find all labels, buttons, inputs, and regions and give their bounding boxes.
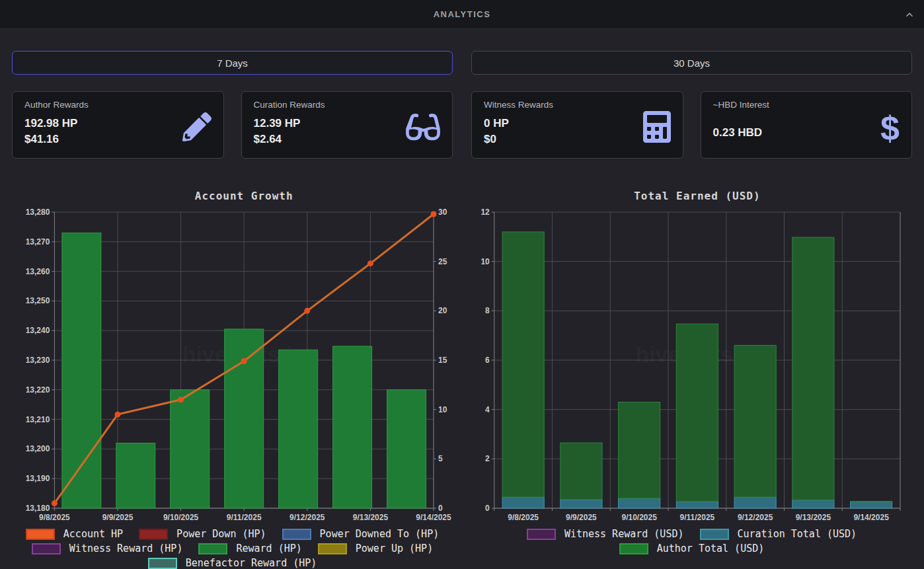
line-point bbox=[52, 500, 58, 506]
card-label: ~HBD Interest bbox=[713, 100, 769, 110]
line-point bbox=[431, 211, 437, 217]
legend-label: Curation Total (USD) bbox=[738, 528, 857, 540]
stacked-bar-segment bbox=[502, 497, 544, 508]
y-axis-label: 0 bbox=[485, 504, 490, 513]
legend-item[interactable]: Author Total (USD) bbox=[619, 543, 765, 554]
card-value-hp: 192.98 HP bbox=[24, 116, 89, 132]
account-growth-plot[interactable]: 13,18013,19013,20013,21013,22013,23013,2… bbox=[12, 178, 453, 525]
legend-swatch bbox=[198, 543, 227, 554]
line-point bbox=[304, 308, 310, 314]
legend-label: Power Downed To (HP) bbox=[320, 528, 440, 540]
collapse-section-button[interactable] bbox=[902, 7, 917, 22]
line-point bbox=[367, 260, 373, 266]
y2-axis-label: 20 bbox=[438, 306, 447, 315]
chevron-up-icon bbox=[904, 9, 915, 20]
y-axis-label: 13,220 bbox=[26, 385, 50, 395]
card-value-usd: $2.64 bbox=[254, 132, 325, 147]
account-growth-chart: 13,18013,19013,20013,21013,22013,23013,2… bbox=[12, 178, 453, 569]
legend-swatch bbox=[139, 529, 168, 540]
legend-swatch bbox=[318, 543, 347, 554]
legend-item[interactable]: Reward (HP) bbox=[198, 543, 301, 554]
x-axis-label: 9/9/2025 bbox=[102, 513, 134, 522]
y-axis-label: 13,260 bbox=[26, 267, 50, 276]
x-axis-label: 9/12/2025 bbox=[289, 513, 325, 522]
y-axis-label: 6 bbox=[485, 356, 490, 365]
legend-swatch bbox=[527, 529, 556, 540]
card-value-usd: $41.16 bbox=[24, 132, 89, 147]
line-point bbox=[178, 397, 184, 402]
bar bbox=[387, 390, 426, 508]
bar bbox=[171, 390, 210, 508]
y2-axis-label: 5 bbox=[438, 454, 443, 463]
legend-label: Power Up (HP) bbox=[356, 543, 433, 554]
x-axis-label: 9/11/2025 bbox=[227, 513, 262, 522]
stacked-bar-segment bbox=[734, 346, 776, 498]
y2-axis-label: 15 bbox=[438, 356, 447, 365]
stacked-bar-segment bbox=[792, 237, 834, 500]
total-earned-plot[interactable]: 0246810129/8/20259/9/20259/10/20259/11/2… bbox=[471, 178, 912, 525]
card-value-hbd: 0.23 HBD bbox=[713, 125, 769, 141]
legend-label: Reward (HP) bbox=[236, 543, 301, 554]
y-axis-label: 13,250 bbox=[26, 296, 50, 305]
legend-swatch bbox=[148, 558, 177, 569]
y-axis-label: 2 bbox=[485, 454, 490, 463]
y2-axis-label: 25 bbox=[438, 257, 447, 266]
card-value-hp: 0 HP bbox=[484, 116, 553, 132]
chart-title: Account Growth bbox=[195, 190, 293, 202]
line-point bbox=[115, 412, 121, 418]
range-7-days-button[interactable]: 7 Days bbox=[12, 51, 453, 75]
y2-axis-label: 0 bbox=[438, 504, 443, 513]
bar bbox=[116, 443, 155, 508]
page-title: ANALYTICS bbox=[434, 9, 491, 19]
x-axis-label: 9/10/2025 bbox=[163, 513, 199, 522]
stacked-bar-segment bbox=[851, 502, 892, 502]
legend-label: Account HP bbox=[63, 528, 123, 540]
line-point bbox=[241, 358, 247, 364]
glasses-icon bbox=[406, 112, 440, 145]
y-axis-label: 13,240 bbox=[26, 326, 50, 335]
legend-item[interactable]: Witness Reward (HP) bbox=[32, 543, 183, 554]
y-axis-label: 13,180 bbox=[26, 504, 50, 513]
y-axis-label: 13,200 bbox=[26, 444, 50, 453]
stacked-bar-segment bbox=[851, 502, 892, 508]
legend-label: Witness Reward (USD) bbox=[564, 528, 684, 540]
legend-item[interactable]: Curation Total (USD) bbox=[700, 528, 857, 540]
legend-row: Account HPPower Down (HP)Power Downed To… bbox=[12, 527, 453, 541]
x-axis-label: 9/11/2025 bbox=[680, 513, 715, 522]
stat-cards-row: Author Rewards 192.98 HP $41.16 Curation… bbox=[12, 91, 912, 159]
y-axis-label: 13,210 bbox=[26, 415, 50, 424]
legend-item[interactable]: Benefactor Reward (HP) bbox=[148, 557, 317, 569]
legend-swatch bbox=[700, 529, 729, 540]
x-axis-label: 9/13/2025 bbox=[353, 513, 389, 522]
bar bbox=[279, 350, 318, 508]
x-axis-label: 9/9/2025 bbox=[566, 513, 597, 522]
card-label: Curation Rewards bbox=[254, 100, 325, 110]
stacked-bar-segment bbox=[560, 443, 602, 500]
legend-item[interactable]: Account HP bbox=[26, 528, 123, 540]
legend-swatch bbox=[32, 543, 61, 554]
legend-item[interactable]: Witness Reward (USD) bbox=[527, 528, 684, 540]
x-axis-label: 9/8/2025 bbox=[39, 513, 70, 522]
legend-label: Benefactor Reward (HP) bbox=[186, 557, 317, 569]
legend-label: Witness Reward (HP) bbox=[69, 543, 183, 554]
card-label: Author Rewards bbox=[24, 100, 89, 110]
legend-row: Benefactor Reward (HP) bbox=[12, 556, 453, 569]
y2-axis-label: 30 bbox=[438, 208, 447, 217]
legend-label: Author Total (USD) bbox=[657, 543, 765, 554]
card-label: Witness Rewards bbox=[484, 100, 553, 110]
legend-row: Author Total (USD) bbox=[471, 541, 912, 556]
y-axis-label: 4 bbox=[485, 405, 490, 414]
stacked-bar-segment bbox=[676, 502, 718, 508]
legend-item[interactable]: Power Down (HP) bbox=[139, 528, 266, 540]
range-30-days-button[interactable]: 30 Days bbox=[471, 51, 912, 75]
account-growth-legend: Account HPPower Down (HP)Power Downed To… bbox=[12, 527, 453, 569]
author-rewards-card: Author Rewards 192.98 HP $41.16 bbox=[12, 91, 224, 159]
legend-item[interactable]: Power Up (HP) bbox=[318, 543, 433, 554]
y-axis-label: 8 bbox=[485, 306, 490, 315]
legend-label: Power Down (HP) bbox=[176, 528, 266, 540]
legend-item[interactable]: Power Downed To (HP) bbox=[282, 528, 440, 540]
calculator-icon bbox=[643, 111, 671, 145]
witness-rewards-card: Witness Rewards 0 HP $0 bbox=[471, 91, 683, 159]
x-axis-label: 9/8/2025 bbox=[508, 513, 539, 522]
card-value-usd: $0 bbox=[484, 132, 553, 147]
